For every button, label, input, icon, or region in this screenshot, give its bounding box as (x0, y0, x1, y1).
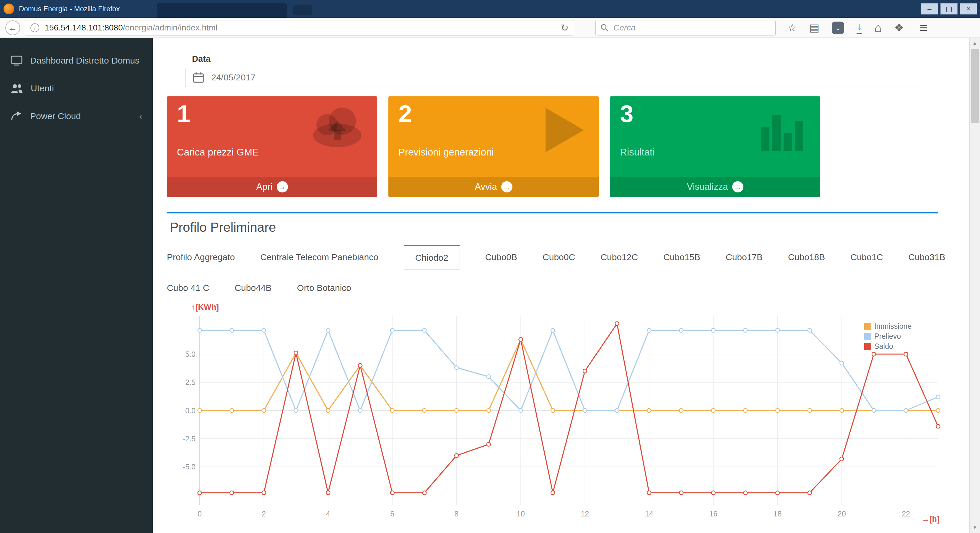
action-cards: 1 Carica prezzi GME Apri → 2 Previsioni … (167, 96, 820, 197)
app-sidebar: Dashboard Distretto Domus Utenti Power C… (0, 38, 153, 533)
browser-tab[interactable] (157, 3, 287, 18)
extension-icon[interactable]: ❖ (894, 22, 904, 34)
svg-text:2: 2 (262, 510, 266, 518)
card-title: Carica prezzi GME (177, 147, 259, 158)
window-controls: – ▢ × (921, 3, 977, 14)
chevron-left-icon: ‹ (139, 111, 142, 121)
line-chart: 5.02.50.0-2.5-5.00246810121416182022Immi… (178, 303, 951, 523)
tab-centrale-telecom-panebianco[interactable]: Centrale Telecom Panebianco (260, 252, 379, 262)
svg-text:8: 8 (455, 510, 459, 518)
card-action-apri[interactable]: Apri → (167, 177, 377, 197)
vertical-scrollbar[interactable]: ▲ ▼ (969, 38, 980, 533)
arrow-circle-right-icon: → (732, 181, 743, 192)
svg-text:20: 20 (838, 510, 846, 518)
bar-chart-icon (758, 107, 808, 152)
tab-cubo0c[interactable]: Cubo0C (542, 252, 575, 262)
tab-cubo12c[interactable]: Cubo12C (600, 252, 638, 262)
back-button[interactable]: ← (5, 21, 20, 35)
svg-text:10: 10 (517, 510, 525, 518)
svg-text:4: 4 (326, 510, 330, 518)
toolbar-icons: ☆ ▤ ⌄ ↓ ⌂ ❖ ≡ (788, 19, 928, 36)
browser-toolbar: ← i 156.54.148.101:8080/energia/admin/in… (0, 18, 980, 38)
sidebar-item-dashboard[interactable]: Dashboard Distretto Domus (0, 47, 153, 75)
tab-cubo1c[interactable]: Cubo1C (850, 252, 883, 262)
svg-text:18: 18 (773, 510, 782, 518)
window-title: Domus Energia - Mozilla Firefox (19, 5, 119, 13)
bookmark-star-icon[interactable]: ☆ (788, 22, 797, 34)
tab-cubo18b[interactable]: Cubo18B (788, 252, 825, 262)
info-icon[interactable]: i (30, 23, 39, 32)
date-label: Data (192, 54, 923, 64)
card-action-label: Apri (256, 182, 272, 192)
tab-profilo-aggregato[interactable]: Profilo Aggregato (167, 252, 235, 262)
card-title: Risultati (620, 147, 654, 158)
svg-text:0: 0 (197, 510, 202, 518)
card-number: 1 (177, 100, 191, 128)
sidebar-item-power-cloud[interactable]: Power Cloud ‹ (0, 102, 153, 130)
svg-text:-2.5: -2.5 (183, 434, 196, 443)
new-tab-button[interactable] (293, 5, 312, 15)
calendar-icon (186, 72, 211, 83)
sidebar-item-label: Utenti (31, 83, 54, 93)
search-icon (600, 24, 609, 32)
downloads-icon[interactable]: ↓ (856, 21, 862, 34)
date-panel: Data 24/05/2017 (186, 49, 923, 87)
minimize-button[interactable]: – (921, 3, 938, 14)
tab-cubo15b[interactable]: Cubo15B (663, 252, 700, 262)
close-button[interactable]: × (960, 3, 977, 14)
section-divider (167, 212, 939, 214)
svg-text:12: 12 (581, 510, 589, 518)
browser-titlebar: Domus Energia - Mozilla Firefox – ▢ × (0, 0, 980, 18)
dashboard-icon (11, 56, 22, 65)
cloud-upload-icon (309, 107, 365, 149)
card-action-avvia[interactable]: Avvia → (388, 177, 599, 197)
sidebar-item-label: Power Cloud (30, 111, 81, 121)
tab-chiodo2[interactable]: Chiodo2 (404, 245, 460, 270)
main-content: Data 24/05/2017 1 Carica prezzi GME Apri… (153, 38, 969, 533)
bookmarks-library-icon[interactable]: ▤ (809, 22, 819, 34)
play-icon (542, 107, 587, 155)
share-icon (11, 111, 22, 121)
arrow-circle-right-icon: → (277, 181, 288, 192)
firefox-icon (3, 3, 14, 14)
sidebar-item-label: Dashboard Distretto Domus (30, 56, 139, 65)
pocket-icon[interactable]: ⌄ (832, 22, 844, 34)
card-previsioni-generazioni: 2 Previsioni generazioni Avvia → (388, 96, 599, 197)
search-input[interactable]: Cerca (595, 20, 776, 35)
tab-cubo17b[interactable]: Cubo17B (726, 252, 763, 262)
svg-text:6: 6 (390, 510, 394, 518)
scrollbar-thumb[interactable] (971, 49, 979, 123)
tab-cubo-41-c[interactable]: Cubo 41 C (167, 283, 209, 293)
svg-text:22: 22 (902, 510, 910, 518)
card-carica-prezzi-gme: 1 Carica prezzi GME Apri → (167, 96, 377, 197)
card-action-visualizza[interactable]: Visualizza → (610, 177, 820, 197)
home-icon[interactable]: ⌂ (874, 21, 881, 35)
scroll-down-arrow[interactable]: ▼ (970, 522, 980, 533)
svg-text:→[h]: →[h] (921, 515, 940, 523)
url-bar[interactable]: i 156.54.148.101:8080/energia/admin/inde… (25, 20, 574, 35)
tab-cubo31b[interactable]: Cubo31B (908, 252, 945, 262)
tab-orto-botanico[interactable]: Orto Botanico (297, 283, 351, 293)
card-number: 2 (398, 100, 412, 128)
reload-icon[interactable]: ↻ (561, 22, 569, 34)
arrow-circle-right-icon: → (501, 181, 512, 192)
svg-text:2.5: 2.5 (185, 378, 196, 386)
url-host: 156.54.148.101:8080 (45, 23, 123, 32)
restore-button[interactable]: ▢ (940, 3, 958, 14)
hamburger-menu-icon[interactable]: ≡ (919, 19, 928, 36)
scroll-up-arrow[interactable]: ▲ (970, 38, 980, 48)
tab-cubo0b[interactable]: Cubo0B (485, 252, 517, 262)
search-placeholder: Cerca (614, 23, 636, 32)
card-action-label: Avvia (475, 182, 497, 192)
card-action-label: Visualizza (687, 182, 728, 192)
sidebar-item-utenti[interactable]: Utenti (0, 75, 153, 102)
card-title: Previsioni generazioni (398, 147, 494, 158)
svg-text:14: 14 (645, 510, 653, 518)
card-risultati: 3 Risultati Visualizza → (610, 96, 820, 197)
tab-cubo44b[interactable]: Cubo44B (234, 283, 271, 293)
date-input[interactable]: 24/05/2017 (186, 68, 923, 87)
svg-text:Saldo: Saldo (874, 342, 893, 350)
section-title: Profilo Preliminare (170, 220, 276, 235)
svg-text:0.0: 0.0 (185, 407, 196, 415)
date-value: 24/05/2017 (211, 72, 256, 83)
